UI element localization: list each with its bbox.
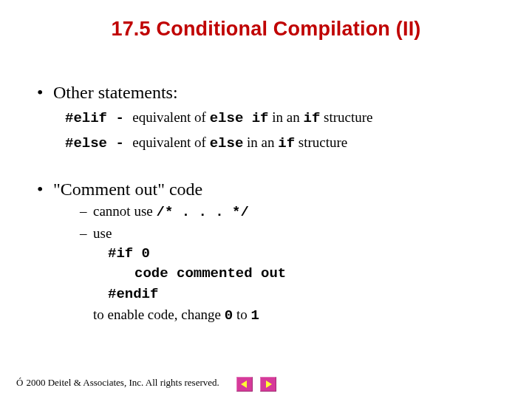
sub-cannot-use: –cannot use /* . . . */ [80, 202, 495, 222]
sub-enable: to enable code, change 0 to 1 [93, 305, 495, 326]
svg-marker-0 [241, 381, 247, 388]
bullet-marker: • [37, 178, 53, 200]
bullet-comment-out: •"Comment out" code –cannot use /* . . .… [37, 178, 495, 326]
bullet-label: Other statements: [53, 83, 178, 102]
nav-controls [236, 377, 276, 392]
next-button[interactable] [260, 377, 276, 392]
svg-marker-1 [266, 381, 272, 388]
sub-elif: #elif - equivalent of else if in an if s… [65, 108, 495, 129]
triangle-left-icon [240, 380, 249, 389]
sub-else: #else - equivalent of else in an if stru… [65, 133, 495, 154]
triangle-right-icon [264, 380, 273, 389]
bullet-other-statements: •Other statements: #elif - equivalent of… [37, 81, 495, 153]
slide-title: 17.5 Conditional Compilation (II) [0, 18, 532, 41]
code-if0: #if 0 [108, 243, 495, 264]
code-body: code commented out [134, 263, 495, 284]
prev-button[interactable] [236, 377, 253, 392]
slide-body: •Other statements: #elif - equivalent of… [37, 81, 495, 351]
sub-use: –use [80, 224, 495, 243]
bullet-marker: • [37, 81, 53, 103]
bullet-label: "Comment out" code [53, 180, 202, 199]
copyright-footer: Ó 2000 Deitel & Associates, Inc. All rig… [16, 377, 219, 389]
copyright-mark: Ó [16, 377, 23, 389]
slide: 17.5 Conditional Compilation (II) •Other… [0, 0, 532, 399]
copyright-text: 2000 Deitel & Associates, Inc. All right… [26, 377, 219, 389]
code-endif: #endif [108, 284, 495, 304]
